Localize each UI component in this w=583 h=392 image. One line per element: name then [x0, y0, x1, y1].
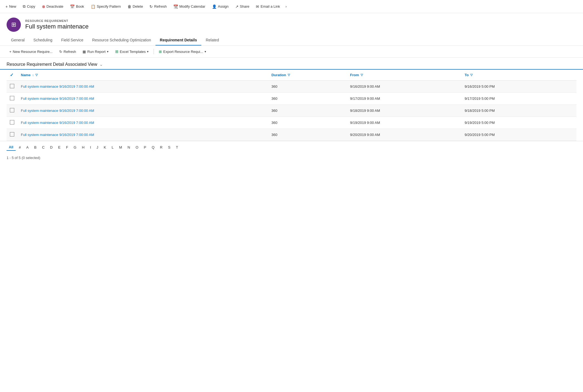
record-count: 1 - 5 of 5 (0 selected) — [7, 156, 40, 160]
row-checkbox-4[interactable] — [7, 129, 18, 141]
name-sort-icon[interactable]: ↑ — [32, 73, 34, 77]
alpha-nav-m[interactable]: M — [117, 144, 124, 150]
excel-templates-button[interactable]: ⊞ Excel Templates ▾ — [112, 48, 151, 55]
deactivate-button[interactable]: ⊗ Deactivate — [39, 3, 67, 10]
delete-icon: 🗑 — [128, 4, 131, 9]
to-col-label: To — [465, 73, 469, 77]
sub-toolbar: + New Resource Require... ↻ Refresh ▦ Ru… — [0, 46, 583, 58]
alpha-nav-d[interactable]: D — [48, 144, 55, 150]
share-button[interactable]: ↗ Share — [232, 3, 253, 10]
sub-refresh-button[interactable]: ↻ Refresh — [56, 48, 79, 55]
tab-related[interactable]: Related — [201, 35, 223, 46]
checkbox-0[interactable] — [10, 84, 14, 88]
modify-calendar-button[interactable]: 📆 Modify Calendar — [170, 3, 209, 10]
excel-icon: ⊞ — [115, 49, 118, 54]
checkbox-2[interactable] — [10, 108, 14, 112]
run-report-label: Run Report — [87, 50, 105, 54]
row-to-2: 9/18/2019 5:00 PM — [461, 105, 576, 117]
alpha-nav-a[interactable]: A — [24, 144, 31, 150]
tab-general[interactable]: General — [7, 35, 29, 46]
grid-footer: 1 - 5 of 5 (0 selected) — [0, 154, 583, 162]
email-link-button[interactable]: ✉ Email a Link — [253, 3, 283, 10]
row-duration-3: 360 — [268, 117, 347, 129]
row-name-1[interactable]: Full system maintenace 9/16/2019 7:00:00… — [18, 93, 268, 105]
alpha-nav-b[interactable]: B — [32, 144, 39, 150]
check-all-icon[interactable]: ✓ — [10, 73, 13, 77]
new-resource-label: New Resource Require... — [13, 50, 53, 54]
table-row: Full system maintenace 9/16/2019 7:00:00… — [7, 81, 576, 93]
view-title-bar: Resource Requirement Detail Associated V… — [0, 58, 583, 69]
checkbox-3[interactable] — [10, 120, 14, 124]
share-label: Share — [240, 4, 250, 8]
row-checkbox-0[interactable] — [7, 81, 18, 93]
run-report-chevron: ▾ — [107, 50, 109, 53]
refresh-button[interactable]: ↻ Refresh — [146, 3, 170, 10]
row-checkbox-1[interactable] — [7, 93, 18, 105]
alpha-nav-q[interactable]: Q — [149, 144, 157, 150]
alpha-nav-c[interactable]: C — [40, 144, 47, 150]
row-to-1: 9/17/2019 5:00 PM — [461, 93, 576, 105]
alpha-nav-i[interactable]: I — [88, 144, 93, 150]
alpha-nav-p[interactable]: P — [142, 144, 149, 150]
row-from-3: 9/19/2019 9:00 AM — [347, 117, 462, 129]
alpha-nav-l[interactable]: L — [109, 144, 116, 150]
email-icon: ✉ — [256, 4, 259, 9]
data-grid: ✓ Name ↑ ▽ Duration ▽ — [0, 69, 583, 141]
row-name-3[interactable]: Full system maintenace 9/16/2019 7:00:00… — [18, 117, 268, 129]
run-report-button[interactable]: ▦ Run Report ▾ — [80, 48, 111, 55]
row-name-4[interactable]: Full system maintenace 9/16/2019 7:00:00… — [18, 129, 268, 141]
alpha-nav-#[interactable]: # — [17, 144, 23, 150]
new-label: New — [9, 4, 16, 8]
row-name-2[interactable]: Full system maintenace 9/16/2019 7:00:00… — [18, 105, 268, 117]
duration-filter-icon[interactable]: ▽ — [288, 73, 290, 77]
specify-pattern-button[interactable]: 📋 Specify Pattern — [87, 3, 124, 10]
tab-scheduling[interactable]: Scheduling — [29, 35, 57, 46]
specify-pattern-icon: 📋 — [91, 4, 95, 9]
name-col-label: Name — [21, 73, 30, 77]
alpha-nav-k[interactable]: K — [101, 144, 108, 150]
row-from-0: 9/16/2019 9:00 AM — [347, 81, 462, 93]
tab-resource-scheduling[interactable]: Resource Scheduling Optimization — [88, 35, 155, 46]
alpha-nav-e[interactable]: E — [56, 144, 63, 150]
alpha-nav-s[interactable]: S — [166, 144, 173, 150]
alpha-nav-all[interactable]: All — [7, 144, 16, 151]
select-all-header[interactable]: ✓ — [7, 70, 18, 81]
more-button[interactable]: › — [283, 3, 289, 10]
delete-button[interactable]: 🗑 Delete — [124, 3, 146, 10]
assign-button[interactable]: 👤 Assign — [209, 3, 232, 10]
table-header-row: ✓ Name ↑ ▽ Duration ▽ — [7, 70, 576, 81]
sub-separator — [154, 49, 154, 54]
row-checkbox-2[interactable] — [7, 105, 18, 117]
new-button[interactable]: + New — [2, 3, 19, 10]
row-duration-4: 360 — [268, 129, 347, 141]
tab-requirement-details[interactable]: Requirement Details — [155, 35, 201, 46]
tab-field-service[interactable]: Field Service — [57, 35, 88, 46]
export-button[interactable]: ⊞ Export Resource Requi... ▾ — [156, 48, 209, 55]
to-filter-icon[interactable]: ▽ — [470, 73, 472, 77]
alpha-nav-r[interactable]: R — [158, 144, 165, 150]
email-link-label: Email a Link — [261, 4, 280, 8]
record-header: ⊞ RESOURCE REQUIREMENT Full system maint… — [0, 13, 583, 35]
name-filter-icon[interactable]: ▽ — [35, 73, 38, 77]
duration-col-label: Duration — [271, 73, 286, 77]
run-report-icon: ▦ — [83, 50, 86, 54]
checkbox-4[interactable] — [10, 132, 14, 137]
alpha-nav-n[interactable]: N — [125, 144, 132, 150]
view-title-chevron[interactable]: ⌄ — [100, 62, 103, 67]
alpha-nav-j[interactable]: J — [94, 144, 101, 150]
from-filter-icon[interactable]: ▽ — [361, 73, 363, 77]
alpha-nav-o[interactable]: O — [133, 144, 140, 150]
row-name-0[interactable]: Full system maintenace 9/16/2019 7:00:00… — [18, 81, 268, 93]
copy-button[interactable]: ⧉ Copy — [19, 2, 38, 10]
new-resource-req-button[interactable]: + New Resource Require... — [7, 48, 55, 55]
checkbox-1[interactable] — [10, 96, 14, 100]
duration-col-header: Duration ▽ — [268, 70, 347, 81]
sub-refresh-icon: ↻ — [59, 50, 62, 54]
alpha-nav-f[interactable]: F — [64, 144, 70, 150]
table-row: Full system maintenace 9/16/2019 7:00:00… — [7, 117, 576, 129]
alpha-nav-h[interactable]: H — [80, 144, 87, 150]
alpha-nav-t[interactable]: T — [174, 144, 180, 150]
alpha-nav-g[interactable]: G — [72, 144, 79, 150]
row-checkbox-3[interactable] — [7, 117, 18, 129]
book-button[interactable]: 📅 Book — [67, 3, 87, 10]
